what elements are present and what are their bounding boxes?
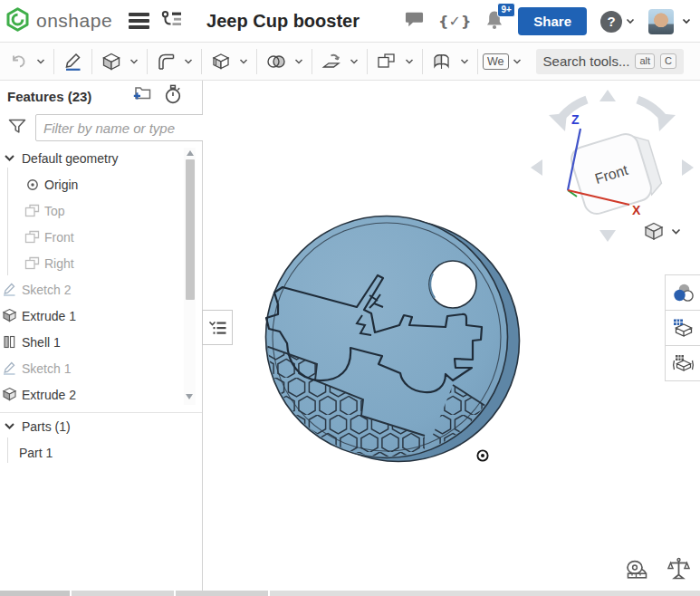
sketch-icon xyxy=(2,282,17,297)
scroll-down-arrow[interactable] xyxy=(186,394,193,399)
mirror-icon xyxy=(430,51,454,72)
add-folder-icon[interactable] xyxy=(132,84,152,108)
stopwatch-icon[interactable] xyxy=(164,84,182,108)
list-collapse-icon xyxy=(208,320,227,336)
feature-item-extrude-2[interactable]: Extrude 2 xyxy=(0,381,184,408)
feature-item-sketch-2[interactable]: Sketch 2 xyxy=(0,276,184,303)
undo-caret[interactable] xyxy=(33,56,49,67)
chevron-down-icon[interactable] xyxy=(2,418,17,434)
rotate-up-arrow[interactable] xyxy=(599,90,616,101)
feature-item-extrude-1[interactable]: Extrude 1 xyxy=(0,303,184,329)
parts-header[interactable]: Parts (1) xyxy=(0,413,184,439)
coin-face[interactable] xyxy=(266,216,508,458)
extrude-caret[interactable] xyxy=(126,56,142,67)
view-settings-button[interactable] xyxy=(643,221,681,242)
feature-tree-scrollbar[interactable] xyxy=(184,148,196,405)
view-settings-caret-icon xyxy=(671,228,681,236)
tab-segment[interactable] xyxy=(270,591,700,596)
hamburger-menu-icon[interactable] xyxy=(129,13,149,29)
z-axis-label: Z xyxy=(571,112,580,127)
share-button[interactable]: Share xyxy=(518,7,587,35)
origin-marker[interactable] xyxy=(477,450,487,460)
account-caret-icon[interactable] xyxy=(682,18,691,24)
transform-button[interactable] xyxy=(317,49,346,74)
fillet-button[interactable] xyxy=(152,49,180,74)
comment-icon[interactable] xyxy=(404,10,425,33)
tab-segment[interactable] xyxy=(72,591,174,596)
mirror-button[interactable] xyxy=(427,49,456,74)
rotate-down-arrow[interactable] xyxy=(599,230,616,242)
config-table-cube-icon xyxy=(672,317,695,339)
scroll-up-arrow[interactable] xyxy=(187,150,194,156)
feature-toolbar: We Search tools... alt C xyxy=(0,43,700,81)
notifications-bell[interactable]: 9+ xyxy=(484,9,504,34)
boolean-button[interactable] xyxy=(262,49,291,74)
custom-feature-caret[interactable] xyxy=(509,56,525,67)
boolean-icon xyxy=(264,51,288,72)
spin-ccw-arrowhead[interactable] xyxy=(549,113,567,131)
feature-item-default-geometry[interactable]: Default geometry xyxy=(0,145,184,171)
custom-table-panel-button[interactable] xyxy=(665,345,700,381)
mass-properties-icon[interactable] xyxy=(666,557,691,582)
right-panel-dock xyxy=(665,275,700,381)
x-axis-label: X xyxy=(632,203,641,217)
feature-item-right[interactable]: Right xyxy=(0,250,184,276)
feature-item-shell-1[interactable]: Shell 1 xyxy=(0,329,184,355)
fillet-icon xyxy=(155,51,177,72)
tab-segment[interactable] xyxy=(176,591,268,596)
rotate-left-arrow[interactable] xyxy=(531,159,542,176)
search-tools-input[interactable]: Search tools... alt C xyxy=(536,49,684,74)
extrude-button[interactable] xyxy=(97,49,126,74)
help-caret-icon[interactable] xyxy=(626,18,635,24)
coin-hole[interactable] xyxy=(429,261,476,308)
help-icon[interactable]: ? xyxy=(600,11,622,33)
transform-caret[interactable] xyxy=(346,56,362,67)
onshape-logo-icon[interactable] xyxy=(5,7,30,35)
scrollbar-thumb[interactable] xyxy=(186,159,195,300)
plane-icon xyxy=(24,255,40,271)
measure-icon[interactable] xyxy=(625,559,652,582)
plane-tool-caret[interactable] xyxy=(401,56,417,67)
appearance-panel-button[interactable] xyxy=(665,274,700,311)
filter-icon[interactable] xyxy=(7,118,27,139)
bracket-table-cube-icon xyxy=(672,352,695,374)
tab-segment[interactable] xyxy=(0,591,70,596)
mirror-caret[interactable] xyxy=(456,56,473,67)
document-title[interactable]: Jeep Cup booster xyxy=(206,11,360,32)
origin-icon xyxy=(24,177,40,192)
feature-item-origin[interactable]: Origin xyxy=(0,171,184,197)
fillet-caret[interactable] xyxy=(180,56,197,67)
plane-icon xyxy=(24,203,40,218)
user-avatar[interactable] xyxy=(648,9,674,34)
undo-button[interactable] xyxy=(5,49,33,74)
feature-item-top[interactable]: Top xyxy=(0,197,184,224)
custom-feature-we-button[interactable]: We xyxy=(483,53,509,70)
features-panel-title: Features (23) xyxy=(7,89,132,104)
sketch-icon xyxy=(62,51,84,72)
appearance-circles-icon xyxy=(672,282,695,303)
document-tab-strip[interactable] xyxy=(0,591,700,596)
code-check-icon[interactable]: {✓} xyxy=(438,13,471,30)
feature-item-front[interactable]: Front xyxy=(0,224,184,250)
plane-tool-button[interactable] xyxy=(372,49,401,74)
feature-tree: Default geometry Origin Top Front Right … xyxy=(0,145,184,408)
chevron-down-icon[interactable] xyxy=(2,150,17,166)
extrude-icon xyxy=(2,308,17,323)
shell-button[interactable] xyxy=(206,49,235,74)
graphics-area[interactable]: Front Z X xyxy=(203,81,700,591)
sketch-icon xyxy=(2,360,17,376)
part-item-part-1[interactable]: Part 1 xyxy=(0,439,184,466)
configuration-panel-button[interactable] xyxy=(665,310,700,346)
shell-caret[interactable] xyxy=(235,56,252,67)
spin-cw-arrowhead[interactable] xyxy=(657,113,676,131)
boolean-caret[interactable] xyxy=(291,56,307,67)
parts-guide-line xyxy=(7,437,8,463)
feature-item-sketch-1[interactable]: Sketch 1 xyxy=(0,355,184,381)
feature-list-collapse-button[interactable] xyxy=(202,310,233,345)
view-cube-body[interactable]: Front xyxy=(569,128,665,216)
brand-text[interactable]: onshape xyxy=(36,10,112,32)
canvas-bottom-tools xyxy=(625,557,691,582)
sketch-button[interactable] xyxy=(59,49,87,74)
rotate-right-arrow[interactable] xyxy=(682,159,694,176)
versions-icon[interactable] xyxy=(161,10,185,32)
